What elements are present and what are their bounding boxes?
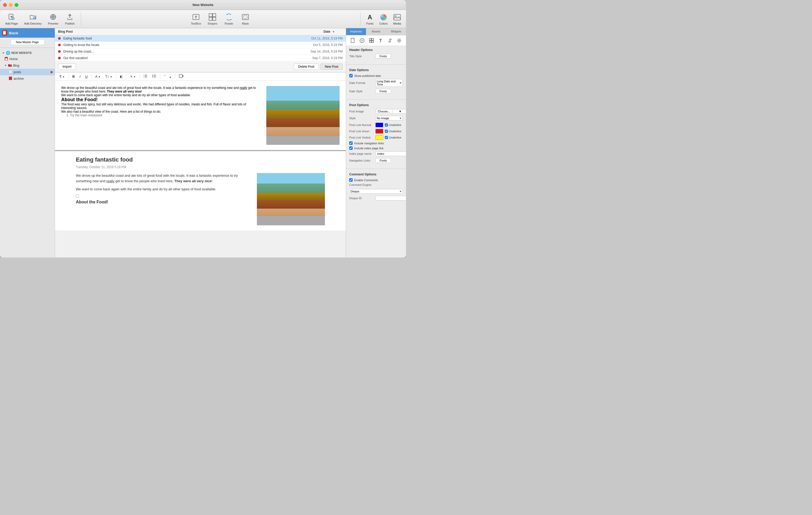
blog-post-row-0[interactable]: Eating fantastic food Oct 11, 2016, 5:19… bbox=[55, 35, 346, 42]
preview-cliff-image bbox=[257, 173, 325, 225]
include-nav-links-input[interactable] bbox=[349, 142, 353, 145]
text-size-button[interactable]: T↕ ▼ bbox=[104, 74, 114, 79]
blog-label: Blog bbox=[13, 64, 19, 67]
date-format-dropdown[interactable]: Long Date and Time ▼ bbox=[375, 79, 403, 87]
unordered-list-button[interactable] bbox=[151, 73, 158, 80]
editor-main-block: We drove up the beautiful coast and ate … bbox=[61, 86, 340, 145]
video-button[interactable] bbox=[177, 73, 186, 80]
shapes-button[interactable]: Shapes bbox=[205, 11, 220, 26]
svg-rect-50 bbox=[372, 38, 374, 40]
tree-item-blog[interactable]: ▼ Blog bbox=[0, 62, 55, 69]
publish-button[interactable]: Publish bbox=[62, 11, 78, 27]
post-link-visited-label: Post Link Visited bbox=[349, 136, 375, 139]
tab-widgets[interactable]: Widgets bbox=[386, 28, 406, 35]
index-page-name-input[interactable] bbox=[375, 151, 406, 156]
ordered-list-button[interactable]: 123 bbox=[142, 73, 149, 80]
include-nav-links-checkbox: Include navigation links bbox=[349, 142, 403, 145]
italic-button[interactable]: I bbox=[78, 74, 82, 79]
blog-post-row-3[interactable]: Our first vacation! Sep 7, 2016, 5:19 PM bbox=[55, 55, 346, 61]
add-page-button[interactable]: Add Page bbox=[3, 11, 21, 27]
tree-site-root[interactable]: ▼ 🌐 NEW WEBSITE bbox=[0, 50, 55, 56]
post-image-choose-arrow[interactable]: ▼ bbox=[393, 109, 406, 114]
preview-section: Eating fantastic food Tuesday, October 1… bbox=[55, 151, 346, 231]
link-icon[interactable] bbox=[387, 37, 393, 44]
comment-engine-dropdown[interactable]: Disqus ▼ bbox=[349, 189, 403, 194]
mask-button[interactable]: Mask bbox=[238, 11, 253, 26]
post-link-normal-swatch[interactable] bbox=[375, 123, 383, 127]
post-image-choose[interactable]: Choose... bbox=[375, 109, 393, 114]
svg-rect-45 bbox=[179, 74, 182, 78]
include-index-link-input[interactable] bbox=[349, 146, 353, 150]
divider-3 bbox=[346, 169, 406, 169]
paragraph-button[interactable]: ¶ ▼ bbox=[58, 74, 66, 79]
quote-button[interactable]: " ▼ bbox=[163, 73, 173, 80]
layout-icon[interactable] bbox=[368, 37, 375, 44]
inspector-panel: Inspector Assets Widgets T bbox=[346, 28, 406, 258]
show-published-input[interactable] bbox=[349, 74, 353, 78]
disqus-id-input[interactable] bbox=[375, 196, 406, 201]
rotate-label: Rotate bbox=[225, 22, 233, 25]
page-icon[interactable] bbox=[350, 37, 356, 44]
title-style-button[interactable]: Fonts bbox=[375, 54, 391, 59]
post-link-hover-row: Post Link Hover Underline bbox=[349, 129, 403, 133]
media-toolbar-button[interactable]: Media bbox=[391, 12, 403, 26]
style-dropdown[interactable]: No Image ▼ bbox=[375, 116, 403, 121]
import-button[interactable]: Import bbox=[58, 63, 76, 70]
post-link-visited-swatch[interactable] bbox=[375, 135, 383, 140]
colors-toolbar-button[interactable]: Colors bbox=[377, 12, 390, 26]
tree-item-home[interactable]: Home bbox=[0, 56, 55, 62]
bold-button[interactable]: B bbox=[71, 74, 77, 79]
text-icon[interactable]: T bbox=[377, 37, 384, 44]
date-style-button[interactable]: Fonts bbox=[375, 89, 391, 94]
blog-folder-icon bbox=[8, 63, 12, 68]
post-link-visited-input[interactable] bbox=[385, 136, 388, 139]
underline-button[interactable]: U bbox=[84, 74, 89, 79]
preview-button[interactable]: Preview bbox=[45, 11, 61, 27]
tree-item-archive[interactable]: archive bbox=[0, 75, 55, 82]
date-format-select-wrap: Long Date and Time ▼ bbox=[375, 79, 403, 87]
post-link-hover-swatch[interactable] bbox=[375, 129, 383, 133]
add-directory-button[interactable]: Add Directory bbox=[22, 11, 44, 27]
posts-page-icon bbox=[8, 69, 12, 74]
delete-post-button[interactable]: Delete Post bbox=[294, 63, 319, 70]
date-options-title: Date Options bbox=[349, 68, 403, 72]
minimize-button[interactable] bbox=[9, 3, 12, 7]
post-link-hover-input[interactable] bbox=[385, 130, 388, 133]
sidebar: Blank New Master Page ▼ 🌐 NEW WEBSITE Ho… bbox=[0, 28, 55, 258]
new-post-button[interactable]: New Post bbox=[320, 63, 343, 70]
colors-toolbar-label: Colors bbox=[379, 22, 388, 25]
editor-content[interactable]: We drove up the beautiful coast and ate … bbox=[55, 81, 346, 150]
nav-links-style-button[interactable]: Fonts bbox=[375, 158, 391, 163]
settings-icon[interactable] bbox=[396, 37, 402, 44]
fonts-toolbar-button[interactable]: A Fonts bbox=[364, 12, 376, 26]
blog-post-row-2[interactable]: Driving up the coast... Sep 14, 2016, 5:… bbox=[55, 48, 346, 55]
tab-assets[interactable]: Assets bbox=[366, 28, 386, 35]
close-button[interactable] bbox=[3, 3, 7, 7]
align-button[interactable]: ≡ ▼ bbox=[129, 74, 137, 79]
editor-scroll-area: We drove up the beautiful coast and ate … bbox=[55, 81, 346, 258]
include-nav-links-label: Include navigation links bbox=[354, 142, 384, 145]
include-index-link-label: Include index page link bbox=[354, 147, 383, 150]
maximize-button[interactable] bbox=[14, 3, 18, 7]
toolbar-separator-2 bbox=[360, 12, 360, 26]
header-options-section: Header Options Title Style Fonts bbox=[346, 46, 406, 63]
font-color-button[interactable]: A ▼ bbox=[94, 74, 102, 79]
preview-checkbox bbox=[76, 194, 79, 198]
preview-image-block bbox=[257, 173, 325, 225]
media-toolbar-icon bbox=[393, 13, 401, 22]
add-directory-label: Add Directory bbox=[24, 22, 41, 25]
svg-point-43 bbox=[152, 77, 153, 78]
tab-inspector[interactable]: Inspector bbox=[346, 28, 366, 35]
rotate-button[interactable]: Rotate bbox=[222, 11, 236, 26]
enable-comments-input[interactable] bbox=[349, 178, 353, 182]
date-header-label: Date bbox=[324, 30, 330, 33]
blog-post-row-1[interactable]: Getting to know the locals Oct 5, 2016, … bbox=[55, 42, 346, 48]
sidebar-blank-item[interactable]: Blank bbox=[0, 28, 55, 38]
new-master-page-button[interactable]: New Master Page bbox=[10, 39, 45, 45]
tree-item-posts[interactable]: posts bbox=[0, 69, 55, 75]
post-link-normal-input[interactable] bbox=[385, 123, 388, 126]
highlight-button[interactable]: ◐ bbox=[118, 74, 124, 79]
textbox-button[interactable]: T TextBox bbox=[188, 11, 203, 26]
comment-engine-select-wrap: Disqus ▼ bbox=[349, 189, 403, 194]
format-icon[interactable] bbox=[359, 37, 365, 44]
